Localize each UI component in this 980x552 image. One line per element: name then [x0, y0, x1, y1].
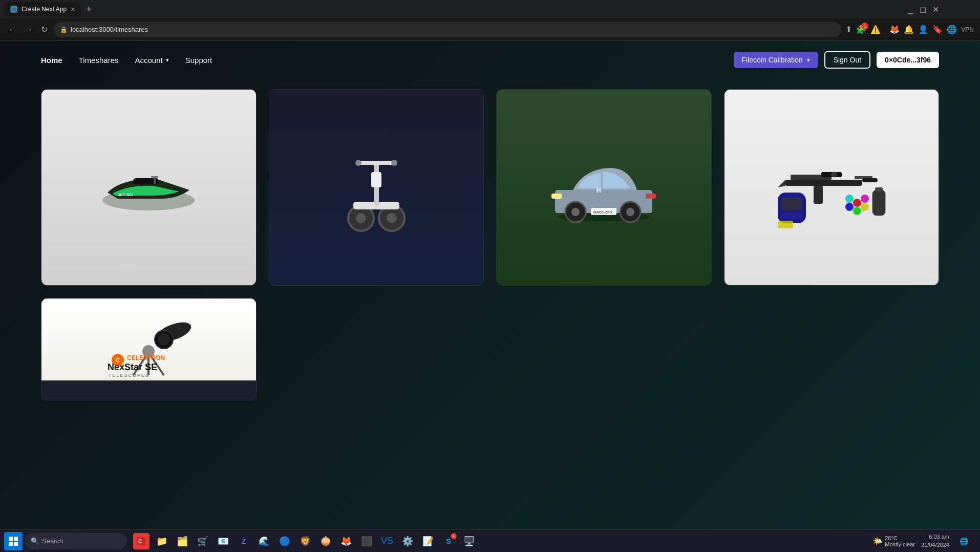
app: Home Timeshares Account ▾ Support Fileco… — [0, 41, 980, 552]
taskbar-skype[interactable]: S 1 — [440, 533, 457, 549]
svg-rect-72 — [14, 537, 18, 541]
card-body-ninebot: A Arbitrum Sepolia Dominic Hackett Nineb… — [269, 285, 484, 286]
card-image-jetski: JET SKI — [41, 90, 256, 285]
network-selector-button[interactable]: Filecoin Calibration ▾ — [734, 52, 818, 68]
card-civic[interactable]: H RA66 ZFX N Neon EVM Devnet — [496, 89, 712, 286]
civic-illustration: H RA66 ZFX — [547, 152, 660, 223]
svg-point-46 — [853, 207, 861, 215]
vpn-icon[interactable]: 🌐 — [947, 25, 957, 34]
svg-point-49 — [845, 195, 854, 203]
svg-point-28 — [626, 208, 634, 216]
card-body-civic: N Neon EVM Devnet Dominic Hackett Honda … — [497, 285, 711, 286]
card-body-jetski: f Filecoin Calibration Dominic Hackett K… — [41, 285, 256, 286]
main-content: JET SKI f Filecoin Calibration Do — [0, 79, 980, 421]
weather-temp: 26°C — [885, 535, 915, 541]
share-icon[interactable]: ⬆ — [845, 25, 852, 34]
taskbar-brave[interactable]: 🦁 — [297, 533, 313, 549]
tab-favicon: 🌐 — [10, 6, 17, 13]
taskbar-mail[interactable]: 📧 — [215, 533, 231, 549]
taskbar-tor[interactable]: 🧅 — [317, 533, 334, 549]
forward-button[interactable]: → — [23, 23, 35, 36]
card-image-ninebot — [269, 90, 484, 285]
svg-point-44 — [853, 199, 861, 207]
svg-text:C: C — [138, 539, 142, 544]
card-telescope[interactable]: C CELESTRON NexStar SE TELESCOPES — [41, 298, 257, 400]
maximize-button[interactable]: ◻ — [920, 5, 926, 14]
clock-display: 6:03 am 21/04/2024 — [921, 533, 949, 549]
taskbar-search-placeholder: Search — [42, 537, 63, 545]
svg-text:NexStar SE: NexStar SE — [108, 362, 157, 372]
taskbar-screen[interactable]: 🖥️ — [461, 533, 477, 549]
bell-icon[interactable]: 🔔 — [904, 25, 914, 34]
card-jetski[interactable]: JET SKI f Filecoin Calibration Do — [41, 89, 257, 286]
tab-close-button[interactable]: × — [71, 5, 75, 13]
card-image-paintball — [725, 90, 939, 285]
svg-rect-54 — [875, 187, 883, 192]
browser-toolbar: ← → ↻ 🔒 localhost:3000/timeshares ⬆ 🧩 1 … — [0, 18, 980, 41]
card-body-paintball: M Morph Testnet Dominic Hackett Paintbal… — [725, 285, 939, 286]
active-tab[interactable]: 🌐 Create Next App × — [4, 2, 81, 16]
nav-account-dropdown[interactable]: Account ▾ — [135, 56, 169, 65]
new-tab-button[interactable]: + — [84, 4, 94, 15]
taskbar-explorer[interactable]: 🗂️ — [174, 533, 190, 549]
wallet-address-button[interactable]: 0×0Cde...3f96 — [877, 52, 939, 68]
svg-rect-37 — [785, 180, 862, 186]
taskbar-app1[interactable]: C — [133, 533, 150, 549]
svg-rect-53 — [872, 190, 885, 216]
network-selector-label: Filecoin Calibration — [742, 56, 803, 64]
back-button[interactable]: ← — [6, 23, 18, 36]
taskbar-settings[interactable]: ⚙️ — [399, 533, 416, 549]
card-ninebot[interactable]: A Arbitrum Sepolia Dominic Hackett Nineb… — [269, 89, 484, 286]
taskbar-store[interactable]: 🛒 — [195, 533, 211, 549]
taskbar-search-icon: 🔍 — [31, 537, 39, 545]
extensions-icon[interactable]: 🧩 1 — [856, 25, 866, 34]
taskbar-terminal[interactable]: ⬛ — [358, 533, 375, 549]
notification-icon[interactable]: 🌐 — [955, 533, 972, 549]
close-window-button[interactable]: ✕ — [932, 5, 939, 14]
card-image-civic: H RA66 ZFX — [497, 90, 711, 285]
svg-rect-40 — [814, 186, 823, 204]
taskbar-firefox[interactable]: 🦊 — [338, 533, 354, 549]
svg-text:TELESCOPES: TELESCOPES — [109, 373, 150, 378]
taskbar-notes[interactable]: 📝 — [420, 533, 436, 549]
taskbar-chrome[interactable]: 🔵 — [276, 533, 293, 549]
svg-rect-71 — [9, 537, 13, 541]
taskbar-right: 🌤️ 26°C Mostly clear 6:03 am 21/04/2024 … — [872, 533, 976, 549]
navbar: Home Timeshares Account ▾ Support Fileco… — [0, 41, 980, 79]
nav-timeshares[interactable]: Timeshares — [79, 56, 119, 65]
profile-icon[interactable]: 👤 — [918, 25, 928, 34]
signout-button[interactable]: Sign Out — [824, 51, 870, 69]
reload-button[interactable]: ↻ — [39, 23, 50, 36]
account-chevron-icon: ▾ — [166, 57, 169, 63]
telescope-illustration: C CELESTRON NexStar SE TELESCOPES — [97, 301, 200, 378]
nav-home[interactable]: Home — [41, 56, 62, 65]
bookmark-icon[interactable]: 🔖 — [932, 25, 943, 34]
cards-grid-row2: C CELESTRON NexStar SE TELESCOPES — [41, 298, 939, 400]
minimize-button[interactable]: ⎯ — [908, 4, 913, 15]
svg-rect-51 — [781, 198, 802, 210]
svg-rect-16 — [358, 161, 394, 165]
taskbar-files[interactable]: 📁 — [154, 533, 170, 549]
warning-icon[interactable]: ⚠️ — [870, 25, 881, 34]
card-paintball[interactable]: M Morph Testnet Dominic Hackett Paintbal… — [724, 89, 940, 286]
address-bar[interactable]: 🔒 localhost:3000/timeshares — [54, 22, 841, 37]
cards-grid-row1: JET SKI f Filecoin Calibration Do — [41, 89, 939, 286]
taskbar-edge[interactable]: 🌊 — [256, 533, 272, 549]
taskbar-search[interactable]: 🔍 Search — [25, 533, 127, 549]
weather-widget: 🌤️ 26°C Mostly clear — [872, 535, 915, 547]
svg-text:CELESTRON: CELESTRON — [127, 354, 165, 362]
taskbar-app2[interactable]: Z — [236, 533, 252, 549]
taskbar: 🔍 Search C 📁 🗂️ 🛒 📧 Z 🌊 🔵 🦁 🧅 🦊 ⬛ VS ⚙️ … — [0, 529, 980, 552]
nav-support[interactable]: Support — [185, 56, 212, 65]
svg-rect-73 — [9, 542, 13, 546]
svg-rect-29 — [551, 194, 562, 199]
svg-rect-19 — [371, 172, 381, 187]
tab-bar: 🌐 Create Next App × + — [4, 2, 94, 16]
svg-point-11 — [356, 213, 366, 223]
svg-rect-74 — [14, 542, 18, 546]
card-image-telescope: C CELESTRON NexStar SE TELESCOPES — [41, 299, 256, 380]
taskbar-code[interactable]: VS — [379, 533, 395, 549]
weather-icon: 🌤️ — [872, 536, 883, 546]
start-button[interactable] — [4, 532, 23, 550]
firefox-icon[interactable]: 🦊 — [889, 25, 900, 34]
